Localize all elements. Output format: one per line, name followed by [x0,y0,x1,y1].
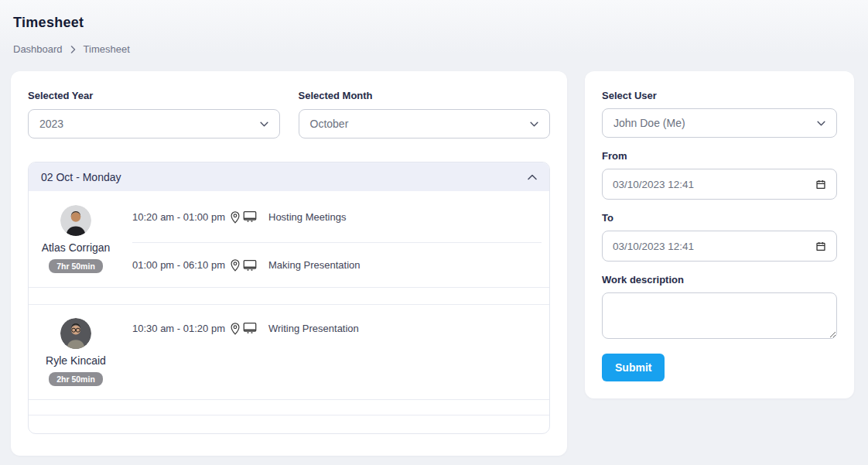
entry-slots: 10:20 am - 01:00 pm Hosting Meetings [123,191,549,287]
entry-user-name: Atlas Corrigan [42,241,111,254]
year-label: Selected Year [28,90,280,101]
user-select-value: John Doe (Me) [613,117,685,129]
slot-time-wrap: 01:00 pm - 06:10 pm [132,258,268,272]
breadcrumb-dashboard[interactable]: Dashboard [13,43,63,55]
total-hours-badge: 7hr 50min [49,259,103,273]
breadcrumb: Dashboard Timesheet [13,43,854,55]
slot-description: Making Presentation [268,259,361,271]
main-content: Selected Year 2023 Selected Month Octobe… [0,71,868,456]
work-description-label: Work description [602,274,837,285]
monitor-icon [243,322,257,334]
slot-description: Writing Presentation [268,323,359,334]
chevron-down-icon [817,121,825,126]
submit-button[interactable]: Submit [602,354,665,381]
entry-row: Ryle Kincaid 2hr 50min 10:30 am - 01:20 … [29,305,549,400]
to-datetime-input[interactable]: 03/10/2023 12:41 [602,231,837,262]
to-datetime-value: 03/10/2023 12:41 [613,241,694,252]
chevron-up-icon [528,174,537,180]
day-group-header[interactable]: 02 Oct - Monday [29,162,549,191]
timesheet-slot: 10:20 am - 01:00 pm Hosting Meetings [132,191,542,242]
avatar [60,318,91,349]
total-hours-badge: 2hr 50min [49,372,103,386]
entry-row: Atlas Corrigan 7hr 50min 10:20 am - 01:0… [29,191,549,288]
page-header: Timesheet Dashboard Timesheet [0,0,868,55]
chevron-down-icon [260,121,268,127]
year-form-group: Selected Year 2023 [28,90,280,138]
work-description-input[interactable] [602,292,837,339]
year-select[interactable]: 2023 [28,109,280,138]
slot-time-wrap: 10:20 am - 01:00 pm [132,210,268,224]
timesheet-slot: 10:30 am - 01:20 pm Writing Presentation [132,305,542,351]
breadcrumb-current: Timesheet [84,43,130,55]
page-title: Timesheet [13,15,854,31]
breadcrumb-separator-icon [70,46,76,53]
month-label: Selected Month [299,90,551,101]
empty-row [29,415,549,433]
year-select-value: 2023 [39,118,63,130]
slot-time: 01:00 pm - 06:10 pm [132,259,225,271]
entry-user-cell: Atlas Corrigan 7hr 50min [29,191,123,287]
from-datetime-value: 03/10/2023 12:41 [613,179,694,190]
slot-description: Hosting Meetings [268,211,346,223]
entry-user-cell: Ryle Kincaid 2hr 50min [29,305,123,399]
timesheet-card: Selected Year 2023 Selected Month Octobe… [11,71,567,456]
to-label: To [602,212,837,224]
monitor-icon [243,210,257,223]
month-form-group: Selected Month October [299,90,551,138]
month-select[interactable]: October [299,109,551,138]
month-select-value: October [310,118,349,130]
from-datetime-input[interactable]: 03/10/2023 12:41 [602,169,837,200]
timesheet-slot: 01:00 pm - 06:10 pm Making Presentation [132,242,542,287]
entry-slots: 10:30 am - 01:20 pm Writing Presentation [123,305,549,399]
location-pin-icon [230,210,241,224]
from-label: From [602,150,837,162]
day-group: 02 Oct - Monday [28,162,550,434]
slot-time-wrap: 10:30 am - 01:20 pm [132,322,268,335]
empty-row [29,400,549,415]
chevron-down-icon [530,121,538,127]
monitor-icon [243,259,257,272]
empty-row [29,288,549,305]
entry-user-name: Ryle Kincaid [46,354,106,367]
avatar [60,205,91,236]
select-user-label: Select User [602,90,837,101]
calendar-icon[interactable] [815,241,826,252]
day-group-title: 02 Oct - Monday [41,171,121,183]
location-pin-icon [230,322,241,335]
calendar-icon[interactable] [815,179,826,190]
slot-time: 10:20 am - 01:00 pm [132,211,225,223]
location-pin-icon [230,258,241,272]
user-select[interactable]: John Doe (Me) [602,108,837,138]
filters-row: Selected Year 2023 Selected Month Octobe… [28,90,550,138]
log-time-card: Select User John Doe (Me) From 03/10/202… [585,71,854,398]
slot-time: 10:30 am - 01:20 pm [132,323,225,334]
